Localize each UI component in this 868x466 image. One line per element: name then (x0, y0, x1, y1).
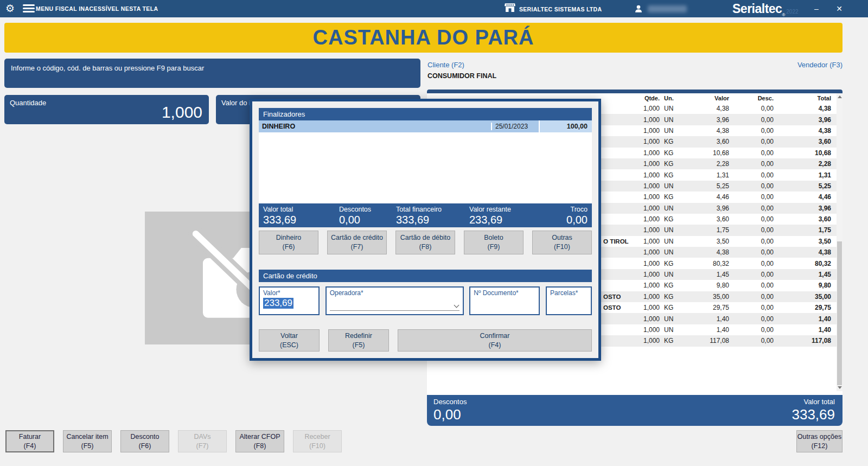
col-value: Valor (681, 95, 736, 101)
item-value: 4,46 (681, 193, 736, 201)
total-cell-value: 0,00 (553, 214, 588, 226)
item-qty: 1,000 (633, 238, 660, 245)
footer-button-desconto[interactable]: Desconto(F6) (120, 430, 169, 452)
amount-field[interactable]: Valor* 233,69 (259, 286, 320, 315)
confirmar-button[interactable]: Confirmar(F4) (398, 329, 592, 352)
item-discount: 0,00 (736, 337, 782, 344)
installments-label: Parcelas* (550, 289, 588, 297)
item-qty: 1,000 (633, 293, 660, 301)
item-unit: UN (660, 271, 681, 278)
payment-method-button[interactable]: Cartão de crédito(F7) (327, 231, 387, 254)
total-cell-label: Total financeiro (396, 206, 465, 213)
payment-method-button[interactable]: Boleto(F9) (464, 231, 524, 254)
payment-entry-name: DINHEIRO (259, 123, 491, 130)
vendor-field-label[interactable]: Vendedor (F3) (680, 61, 843, 69)
footer-button-label: Receber (304, 432, 330, 442)
fiscal-menu-warning: MENU FISCAL INACESSÍVEL NESTA TELA (36, 5, 158, 12)
item-total: 2,28 (782, 160, 837, 168)
payment-method-button[interactable]: Outras(F10) (532, 231, 592, 254)
item-value: 117,08 (681, 337, 736, 344)
close-button[interactable]: ✕ (830, 0, 848, 17)
item-value: 1,75 (681, 226, 736, 234)
footer-button-davs: DAVs(F7) (178, 430, 227, 452)
product-search-input[interactable]: Informe o código, cód. de barras ou pres… (4, 59, 420, 88)
item-value: 3,50 (681, 238, 736, 245)
item-unit: UN (660, 238, 681, 245)
item-unit: UN (660, 315, 681, 323)
total-cell-label: Valor total (263, 206, 335, 213)
col-unit: Un. (660, 95, 681, 101)
customer-field-label[interactable]: Cliente (F2) (427, 61, 464, 69)
items-scrollbar[interactable] (837, 93, 843, 391)
scroll-down-icon[interactable] (838, 386, 842, 389)
quantity-field[interactable]: Quantidade 1,000 (4, 95, 209, 124)
item-unit: UN (660, 326, 681, 334)
item-unit: KG (660, 260, 681, 267)
item-value: 35,00 (681, 293, 736, 301)
item-value: 5,25 (681, 182, 736, 190)
payment-method-button[interactable]: Dinheiro(F6) (259, 231, 318, 254)
payment-method-label: Outras (552, 233, 572, 242)
item-discount: 0,00 (736, 226, 782, 234)
card-operator-select[interactable]: Operadora* (326, 286, 464, 315)
amount-field-value: 233,69 (263, 298, 293, 309)
dialog-action-buttons: Voltar(ESC)Redefinir(F5)Confirmar(F4) (259, 329, 592, 352)
item-unit: UN (660, 226, 681, 234)
gear-icon[interactable]: ⚙ (5, 2, 15, 15)
payment-method-label: Boleto (484, 233, 503, 242)
total-cell: Descontos0,00 (335, 203, 392, 227)
minimize-button[interactable]: – (807, 0, 826, 17)
item-unit: UN (660, 205, 681, 212)
user-group (634, 4, 687, 14)
footer-button-label: Desconto (131, 432, 159, 442)
item-discount: 0,00 (736, 282, 782, 289)
footer-button-cancelar-item[interactable]: Cancelar item(F5) (63, 430, 112, 452)
item-unit: KG (660, 293, 681, 301)
item-total: 1,75 (782, 226, 837, 234)
item-qty: 1,000 (633, 105, 660, 112)
payment-method-key: (F9) (488, 242, 500, 252)
menu-icon[interactable] (23, 4, 35, 14)
card-operator-input[interactable] (330, 300, 459, 311)
item-total: 4,46 (782, 193, 837, 201)
item-qty: 1,000 (633, 171, 660, 179)
credit-card-fields: Valor* 233,69 Operadora* Nº Documento* P… (259, 286, 592, 315)
footer-button-key: (F10) (309, 442, 326, 451)
footer-button-receber: Receber(F10) (293, 430, 342, 452)
quantity-value: 1,000 (162, 103, 202, 122)
installments-field[interactable]: Parcelas* (546, 286, 592, 315)
app-logo-reg: ® (782, 12, 785, 17)
scroll-up-icon[interactable] (838, 95, 842, 98)
payment-method-buttons: Dinheiro(F6)Cartão de crédito(F7)Cartão … (259, 231, 592, 254)
user-name-redacted (648, 5, 687, 12)
document-number-field[interactable]: Nº Documento* (469, 286, 540, 315)
item-qty: 1,000 (633, 205, 660, 212)
item-qty: 1,000 (633, 304, 660, 311)
total-cell-label: Troco (553, 206, 588, 213)
scrollbar-thumb[interactable] (837, 241, 842, 385)
voltar-button[interactable]: Voltar(ESC) (259, 329, 320, 352)
summary-discount-value: 0,00 (433, 406, 467, 423)
item-total: 1,45 (782, 271, 837, 278)
summary-discount-label: Descontos (433, 398, 467, 406)
item-qty: 1,000 (633, 138, 660, 145)
chevron-down-icon (454, 303, 459, 308)
item-discount: 0,00 (736, 149, 782, 157)
item-value: 2,28 (681, 160, 736, 168)
total-cell-value: 333,69 (263, 214, 335, 226)
redefinir-button[interactable]: Redefinir(F5) (328, 329, 389, 352)
footer-button-faturar[interactable]: Faturar(F4) (5, 430, 54, 452)
payment-entry-row[interactable]: DINHEIRO25/01/2023100,00 (259, 120, 592, 133)
payment-method-button[interactable]: Cartão de débito(F8) (395, 231, 455, 254)
quantity-label: Quantidade (10, 99, 46, 107)
item-total: 29,75 (782, 304, 837, 311)
payment-entries-list: DINHEIRO25/01/2023100,00 (259, 120, 592, 203)
item-discount: 0,00 (736, 116, 782, 124)
item-discount: 0,00 (736, 205, 782, 212)
item-qty: 1,000 (633, 116, 660, 124)
item-value: 1,31 (681, 171, 736, 179)
footer-button-key: (F7) (196, 442, 209, 451)
item-qty: 1,000 (633, 149, 660, 157)
more-options-button[interactable]: Outras opções (F12) (796, 430, 843, 452)
footer-button-alterar-cfop[interactable]: Alterar CFOP(F8) (235, 430, 284, 452)
